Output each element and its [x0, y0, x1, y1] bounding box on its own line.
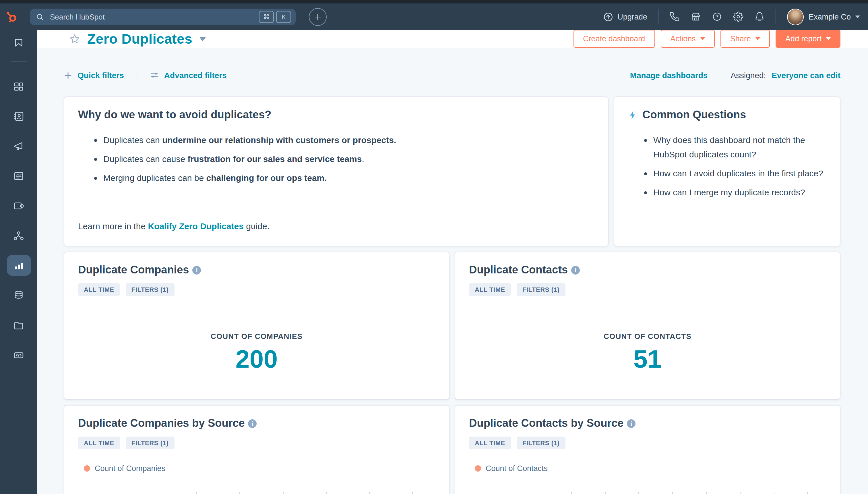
- k-keycap: K: [276, 11, 291, 23]
- wallet-icon: [13, 200, 25, 212]
- workflow-icon: [13, 229, 25, 242]
- sidebar-item-contacts[interactable]: [6, 103, 31, 129]
- card-title: Why do we want to avoid duplicates?: [78, 109, 272, 121]
- gear-icon: [733, 12, 744, 22]
- assigned-label: Assigned:: [730, 71, 766, 80]
- info-icon[interactable]: [192, 266, 201, 274]
- create-dashboard-button[interactable]: Create dashboard: [573, 30, 655, 48]
- navbar-divider: [658, 9, 659, 24]
- chart-axis-labels: Organic SearchEmail Marketing: [469, 492, 537, 494]
- chevron-down-icon: [701, 37, 705, 40]
- filter-divider: [137, 68, 137, 83]
- contacts-book-icon: [13, 110, 25, 122]
- chevron-down-icon: [199, 37, 206, 41]
- all-time-badge[interactable]: ALL TIME: [469, 283, 511, 296]
- card-title: Common Questions: [643, 109, 746, 121]
- navbar-divider: [776, 9, 776, 24]
- code-icon: [13, 349, 25, 361]
- card-title: Duplicate Companies by Source: [78, 417, 245, 430]
- koalify-guide-link[interactable]: Koalify Zero Duplicates: [148, 221, 244, 231]
- chart-plot-area: 100267: [153, 492, 435, 494]
- share-button[interactable]: Share: [721, 30, 770, 48]
- favorite-star-button[interactable]: [69, 33, 80, 44]
- info-icon[interactable]: [571, 266, 580, 274]
- help-button[interactable]: [712, 12, 723, 22]
- account-name: Example Co: [809, 12, 851, 21]
- all-time-badge[interactable]: ALL TIME: [469, 437, 511, 449]
- actions-button[interactable]: Actions: [660, 30, 715, 48]
- create-new-button[interactable]: [309, 8, 327, 25]
- sidebar-item-reporting[interactable]: [6, 255, 31, 276]
- card-title: Duplicate Contacts by Source: [469, 417, 624, 430]
- upgrade-button[interactable]: Upgrade: [603, 11, 647, 22]
- upgrade-label: Upgrade: [617, 12, 647, 21]
- quick-filters-button[interactable]: Quick filters: [64, 71, 124, 80]
- chevron-down-icon: [855, 15, 860, 18]
- megaphone-icon: [13, 140, 25, 152]
- filters-badge[interactable]: FILTERS (1): [126, 283, 175, 296]
- hubspot-logo-icon[interactable]: [0, 10, 23, 23]
- database-icon: [13, 289, 25, 301]
- phone-icon: [670, 12, 680, 22]
- global-search[interactable]: ⌘ K: [30, 8, 296, 25]
- lightning-bolt-icon: [628, 110, 638, 120]
- common-questions-card: Common Questions Why does this dashboard…: [614, 96, 841, 246]
- filters-badge[interactable]: FILTERS (1): [517, 437, 566, 449]
- duplicate-contacts-card: Duplicate Contacts ALL TIME FILTERS (1) …: [455, 252, 841, 400]
- sidebar-item-marketing[interactable]: [6, 133, 31, 158]
- all-time-badge[interactable]: ALL TIME: [78, 283, 120, 296]
- account-menu[interactable]: Example Co: [787, 8, 860, 25]
- calling-button[interactable]: [670, 12, 680, 22]
- why-bullets: Duplicates can undermine our relationshi…: [78, 133, 594, 190]
- legend-item[interactable]: Count of Contacts: [469, 464, 826, 473]
- page-title: Zero Duplicates: [87, 31, 192, 47]
- search-input[interactable]: [49, 12, 259, 21]
- sidebar-item-dashboards[interactable]: [6, 74, 31, 99]
- sidebar-item-commerce[interactable]: [6, 193, 31, 218]
- grid-icon: [13, 80, 25, 92]
- legend-label: Count of Companies: [95, 464, 165, 473]
- search-icon: [36, 12, 44, 21]
- bullet-item: Duplicates can undermine our relationshi…: [103, 133, 594, 147]
- plus-icon: [64, 71, 72, 79]
- category-label: (No value): [78, 492, 153, 494]
- metric-label: COUNT OF CONTACTS: [469, 332, 826, 340]
- legend-label: Count of Contacts: [486, 464, 548, 473]
- info-icon[interactable]: [627, 419, 635, 428]
- advanced-filters-button[interactable]: Advanced filters: [150, 71, 227, 80]
- legend-dot-icon: [475, 465, 481, 472]
- top-navbar: ⌘ K Upgrade: [0, 3, 868, 30]
- companies-by-source-chart: (No value)Organic SearchPaid Search 1002…: [78, 492, 435, 494]
- content-page-icon: [13, 170, 25, 182]
- sidebar-item-automations[interactable]: [6, 223, 31, 248]
- notifications-button[interactable]: [755, 12, 765, 22]
- help-icon: [712, 12, 723, 22]
- info-icon[interactable]: [248, 419, 257, 428]
- sidebar-item-data[interactable]: [6, 283, 31, 308]
- user-avatar: [787, 8, 804, 25]
- marketplace-button[interactable]: [691, 12, 701, 22]
- chevron-down-icon: [826, 37, 831, 40]
- legend-item[interactable]: Count of Companies: [78, 464, 435, 473]
- bell-icon: [755, 12, 765, 22]
- settings-button[interactable]: [733, 12, 744, 22]
- sidebar-item-developer[interactable]: [6, 342, 31, 368]
- left-sidebar: [0, 30, 37, 494]
- dashboard-selector[interactable]: Zero Duplicates: [87, 31, 206, 47]
- why-avoid-duplicates-card: Why do we want to avoid duplicates? Dupl…: [64, 96, 609, 246]
- manage-dashboards-link[interactable]: Manage dashboards: [630, 71, 708, 80]
- chevron-down-icon: [755, 37, 760, 40]
- assigned-value-link[interactable]: Everyone can edit: [772, 71, 841, 80]
- store-icon: [691, 12, 701, 22]
- all-time-badge[interactable]: ALL TIME: [78, 437, 120, 449]
- sliders-icon: [150, 71, 159, 80]
- question-bullets: Why does this dashboard not match the Hu…: [628, 133, 826, 204]
- hubspot-app: ⌘ K Upgrade: [0, 0, 868, 494]
- sidebar-item-content[interactable]: [6, 163, 31, 188]
- filters-badge[interactable]: FILTERS (1): [517, 283, 566, 296]
- bullet-item: How can I avoid duplicates in the first …: [653, 166, 826, 180]
- sidebar-item-files[interactable]: [6, 312, 31, 338]
- sidebar-item-bookmarks[interactable]: [6, 30, 31, 55]
- filters-badge[interactable]: FILTERS (1): [126, 437, 175, 449]
- add-report-button[interactable]: Add report: [775, 30, 841, 48]
